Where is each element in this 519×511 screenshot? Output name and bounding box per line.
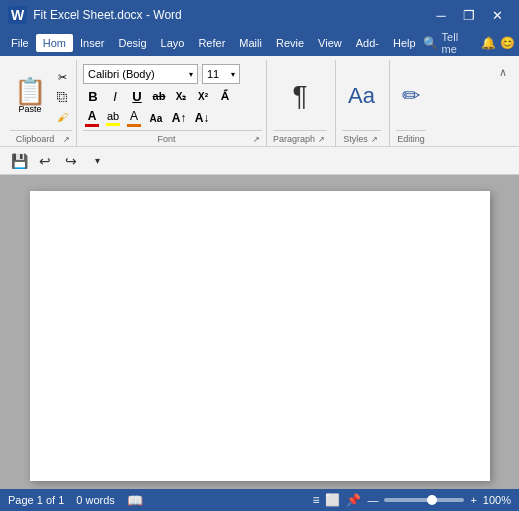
paragraph-icon: ¶ xyxy=(292,80,307,112)
paste-button[interactable]: 📋 Paste xyxy=(10,76,50,116)
underline-button[interactable]: U xyxy=(127,86,147,106)
zoom-thumb xyxy=(427,495,437,505)
notification-icon[interactable]: 🔔 xyxy=(481,36,496,50)
clipboard-group: 📋 Paste ✂ ⿻ 🖌 Clipboard ↗ xyxy=(6,60,77,146)
font-size-selector[interactable]: 11 ▾ xyxy=(202,64,240,84)
title-bar-controls: ─ ❐ ✕ xyxy=(427,0,511,30)
ribbon: 📋 Paste ✂ ⿻ 🖌 Clipboard ↗ xyxy=(0,56,519,147)
highlight-button[interactable]: ab xyxy=(104,109,122,127)
font-dropdown-arrow: ▾ xyxy=(189,70,193,79)
paragraph-group: ¶ Paragraph ↗ xyxy=(267,60,336,146)
decrease-font-button[interactable]: A↓ xyxy=(192,108,212,128)
font-group: Calibri (Body) ▾ 11 ▾ B I U ab X₂ xyxy=(77,60,267,146)
status-right: ≡ ⬜ 📌 — + 100% xyxy=(312,493,511,507)
font-color-button[interactable]: A xyxy=(83,108,101,128)
minimize-button[interactable]: ─ xyxy=(427,0,455,30)
editing-label: Editing xyxy=(396,134,426,146)
menu-design[interactable]: Desig xyxy=(111,34,153,52)
menu-home[interactable]: Hom xyxy=(36,34,73,52)
read-mode-icon[interactable]: ≡ xyxy=(312,493,319,507)
user-icon[interactable]: 😊 xyxy=(500,36,515,50)
text-effect-button[interactable]: A̋ xyxy=(215,86,235,106)
menu-view[interactable]: View xyxy=(311,34,349,52)
clipboard-expand[interactable]: ↗ xyxy=(60,133,72,145)
proofing-icon[interactable]: 📖 xyxy=(127,493,143,508)
undo-button[interactable]: ↩ xyxy=(34,150,56,172)
text-color-button[interactable]: A xyxy=(125,108,143,128)
tell-me-input[interactable]: Tell me xyxy=(442,31,473,55)
quick-access-toolbar: 💾 ↩ ↪ ▾ xyxy=(0,147,519,175)
close-button[interactable]: ✕ xyxy=(483,0,511,30)
zoom-out-button[interactable]: — xyxy=(367,494,378,506)
title-bar-left: W Fit Excel Sheet.docx - Word xyxy=(8,6,182,24)
styles-group: Aa Styles ↗ xyxy=(336,60,390,146)
menu-file[interactable]: File xyxy=(4,34,36,52)
editing-group: ✏ Editing xyxy=(390,60,434,146)
superscript-button[interactable]: X² xyxy=(193,86,213,106)
paste-label: Paste xyxy=(18,104,41,114)
styles-label: Styles xyxy=(342,134,369,146)
menu-review[interactable]: Revie xyxy=(269,34,311,52)
word-count[interactable]: 0 words xyxy=(76,494,115,506)
cut-button[interactable]: ✂ xyxy=(52,68,72,86)
menu-mailings[interactable]: Maili xyxy=(232,34,269,52)
text-color-indicator xyxy=(127,124,141,127)
font-label: Font xyxy=(83,134,250,146)
editing-button[interactable]: ✏ xyxy=(396,64,426,128)
editing-icon: ✏ xyxy=(402,83,420,109)
title-bar-title: Fit Excel Sheet.docx - Word xyxy=(33,8,182,22)
menu-addins[interactable]: Add- xyxy=(349,34,386,52)
font-case-button[interactable]: Aa xyxy=(146,108,166,128)
strikethrough-button[interactable]: ab xyxy=(149,86,169,106)
status-bar: Page 1 of 1 0 words 📖 ≡ ⬜ 📌 — + 100% xyxy=(0,489,519,511)
restore-button[interactable]: ❐ xyxy=(455,0,483,30)
status-left: Page 1 of 1 0 words 📖 xyxy=(8,493,143,508)
document-area xyxy=(0,175,519,489)
menu-references[interactable]: Refer xyxy=(191,34,232,52)
menu-insert[interactable]: Inser xyxy=(73,34,111,52)
zoom-in-button[interactable]: + xyxy=(470,494,476,506)
menu-help[interactable]: Help xyxy=(386,34,423,52)
bold-button[interactable]: B xyxy=(83,86,103,106)
menu-bar: File Hom Inser Desig Layo Refer Maili Re… xyxy=(0,30,519,56)
zoom-level[interactable]: 100% xyxy=(483,494,511,506)
collapse-ribbon-button[interactable]: ∧ xyxy=(497,64,509,81)
paragraph-label: Paragraph xyxy=(273,134,315,146)
app-icon: W xyxy=(8,6,27,24)
styles-expand[interactable]: ↗ xyxy=(369,133,381,145)
save-button[interactable]: 💾 xyxy=(8,150,30,172)
page-status[interactable]: Page 1 of 1 xyxy=(8,494,64,506)
paragraph-expand[interactable]: ↗ xyxy=(315,133,327,145)
menu-layout[interactable]: Layo xyxy=(154,34,192,52)
copy-button[interactable]: ⿻ xyxy=(52,88,72,106)
paste-icon: 📋 xyxy=(14,78,46,104)
title-bar: W Fit Excel Sheet.docx - Word ─ ❐ ✕ xyxy=(0,0,519,30)
font-color-indicator xyxy=(85,124,99,127)
size-dropdown-arrow: ▾ xyxy=(231,70,235,79)
print-layout-icon[interactable]: ⬜ xyxy=(325,493,340,507)
styles-icon: Aa xyxy=(348,83,375,109)
document-page[interactable] xyxy=(30,191,490,481)
zoom-slider[interactable] xyxy=(384,498,464,502)
paragraph-button[interactable]: ¶ xyxy=(273,64,327,128)
styles-button[interactable]: Aa xyxy=(342,64,381,128)
web-layout-icon[interactable]: 📌 xyxy=(346,493,361,507)
font-family-selector[interactable]: Calibri (Body) ▾ xyxy=(83,64,198,84)
redo-button[interactable]: ↪ xyxy=(60,150,82,172)
clipboard-label: Clipboard xyxy=(10,134,60,146)
highlight-color-indicator xyxy=(106,123,120,126)
search-icon: 🔍 xyxy=(423,36,438,50)
increase-font-button[interactable]: A↑ xyxy=(169,108,189,128)
italic-button[interactable]: I xyxy=(105,86,125,106)
subscript-button[interactable]: X₂ xyxy=(171,86,191,106)
customize-qa-button[interactable]: ▾ xyxy=(86,150,108,172)
font-expand[interactable]: ↗ xyxy=(250,133,262,145)
format-painter-button[interactable]: 🖌 xyxy=(52,108,72,126)
